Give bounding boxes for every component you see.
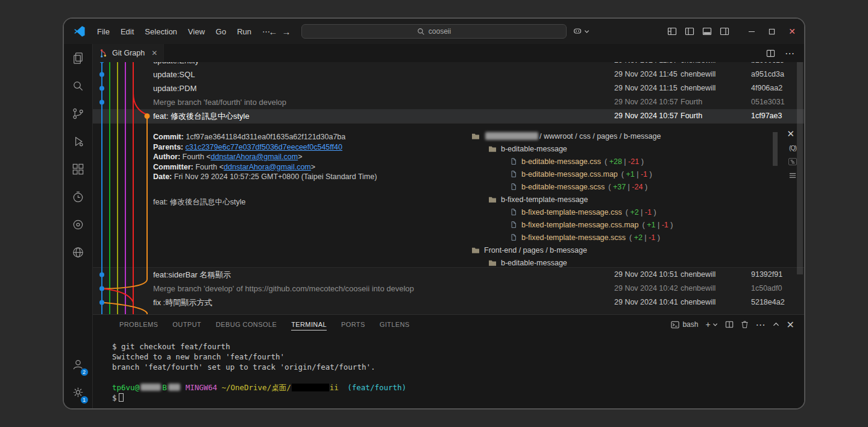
activity-bar-item-accounts[interactable]: 2 [64, 350, 93, 378]
minimize-icon[interactable] [748, 28, 755, 35]
activity-bar-item-settings[interactable]: 1 [64, 378, 93, 406]
tab-debug-console[interactable]: DEBUG CONSOLE [216, 315, 277, 334]
commit-row[interactable]: Merge branch 'develop' of https://github… [93, 282, 804, 296]
activity-bar-item-extensions[interactable] [64, 155, 93, 183]
commit-message: update:Entity [153, 62, 602, 68]
tab-git-graph[interactable]: Git Graph ✕ [93, 44, 164, 62]
split-terminal-icon[interactable] [725, 320, 734, 329]
tab-terminal[interactable]: TERMINAL [291, 315, 327, 334]
menu-run[interactable]: Run [231, 25, 257, 38]
source-control-icon [71, 107, 85, 121]
tab-gitlens[interactable]: GITLENS [380, 315, 410, 334]
changed-file-row[interactable]: b-editable-message.scss ( +37 | -24 ) [467, 180, 771, 193]
commit-row[interactable]: update:PDM 29 Nov 2024 11:15 chenbewill … [93, 81, 804, 95]
toggle-sidebar-icon[interactable] [685, 27, 694, 36]
git-graph-icon [99, 49, 108, 58]
menu-selection[interactable]: Selection [139, 25, 182, 38]
parent-commit-link[interactable]: c31c2379e6c77e037df5036d7eeceef0c545ff40 [186, 143, 342, 151]
commit-row-selected[interactable]: feat: 修改後台訊息中心style 29 Nov 2024 10:57 Fo… [93, 109, 804, 123]
file-icon [510, 221, 517, 229]
commit-row[interactable]: update:SQL 29 Nov 2024 11:45 chenbewill … [93, 68, 804, 81]
globe-icon [71, 245, 85, 259]
menu-file[interactable]: File [92, 25, 115, 38]
commit-hash: 051e3031 [751, 95, 799, 109]
command-center-search[interactable]: cooseii [301, 24, 567, 39]
terminal-output[interactable]: $ git checkout feat/fourth Switched to a… [93, 334, 804, 403]
folder-path: / wwwroot / css / pages / b-message [539, 132, 661, 141]
git-graph-scrollbar[interactable] [797, 62, 803, 274]
commit-author: Fourth [681, 109, 747, 123]
activity-bar-item-source-control[interactable] [64, 100, 93, 127]
trash-icon[interactable] [741, 320, 749, 329]
folder-row[interactable]: b-editable-message [467, 142, 771, 155]
editor-more-actions-icon[interactable]: ⋯ [785, 48, 794, 59]
changed-file-row[interactable]: b-fixed-template-message.scss ( +2 | -1 … [467, 231, 771, 244]
folder-row[interactable]: b-editable-message [467, 256, 771, 269]
file-list-view-icon[interactable] [788, 172, 797, 179]
terminal-cursor [119, 393, 124, 402]
commit-row[interactable]: Merge branch 'feat/fourth' into develop … [93, 95, 804, 109]
nav-forward-icon[interactable]: → [280, 27, 293, 37]
chevron-up-icon[interactable] [773, 321, 779, 327]
tab-output[interactable]: OUTPUT [172, 315, 201, 334]
panel-more-actions-icon[interactable]: ⋯ [756, 319, 766, 331]
menu-view[interactable]: View [183, 25, 210, 38]
activity-bar-item-lens[interactable] [64, 210, 93, 238]
commit-row[interactable]: update:Entity 29 Nov 2024 11:57 chenbewi… [93, 62, 804, 68]
activity-bar-item-browser[interactable] [64, 238, 93, 266]
commit-author: chenbewill [681, 81, 747, 95]
toggle-panel-icon[interactable] [702, 27, 712, 36]
commit-row[interactable]: feat:siderBar 名稱顯示 29 Nov 2024 10:51 che… [93, 268, 804, 282]
changed-files-tree: / wwwroot / css / pages / b-message b-ed… [467, 130, 771, 269]
tab-problems[interactable]: PROBLEMS [119, 315, 158, 334]
chevron-down-icon [584, 29, 590, 34]
folder-row[interactable]: b-fixed-template-message [467, 193, 771, 206]
settings-badge: 1 [80, 396, 89, 404]
tab-ports[interactable]: PORTS [341, 315, 365, 334]
menu-bar: File Edit Selection View Go Run ⋯ [92, 25, 275, 38]
split-editor-icon[interactable] [766, 49, 775, 58]
activity-bar-item-watch[interactable] [64, 183, 93, 210]
terminal-prompt-line: tp6vu@BMINGW64~/OneDrive/桌面/ii (feat/fou… [112, 382, 804, 393]
shell-label: bash [682, 320, 698, 329]
file-icon [510, 233, 517, 241]
file-diff-stats: ( +2 | -1 ) [629, 233, 660, 242]
chevron-down-icon[interactable] [712, 322, 718, 327]
toggle-secondary-sidebar-icon[interactable] [720, 27, 729, 36]
folder-icon [471, 133, 480, 140]
nav-back-icon[interactable]: ← [266, 27, 280, 37]
activity-bar-item-run-debug[interactable] [64, 127, 93, 155]
new-terminal-icon[interactable]: + [705, 320, 710, 329]
changed-file-row[interactable]: b-editable-message.css ( +28 | -21 ) [467, 155, 771, 168]
file-tree-view-icon[interactable] [788, 158, 797, 165]
changed-file-row[interactable]: b-editable-message.css.map ( +1 | -1 ) [467, 168, 771, 180]
code-review-icon[interactable]: (Q) [789, 144, 796, 151]
commit-row[interactable]: fix :時間顯示方式 29 Nov 2024 10:41 chenbewill… [93, 296, 804, 309]
file-name: b-fixed-template-message.css [521, 208, 622, 217]
terminal-shell-selector[interactable]: bash [671, 320, 698, 329]
customize-layout-icon[interactable] [667, 27, 677, 36]
changed-file-row[interactable]: b-fixed-template-message.css.map ( +1 | … [467, 218, 771, 231]
detail-parents-line: Parents: c31c2379e6c77e037df5036d7eeceef… [153, 142, 377, 153]
folder-row[interactable]: Front-end / pages / b-message [467, 244, 771, 256]
bottom-panel: PROBLEMS OUTPUT DEBUG CONSOLE TERMINAL P… [93, 314, 804, 408]
folder-row[interactable]: / wwwroot / css / pages / b-message [467, 130, 771, 142]
copilot-menu[interactable] [573, 27, 590, 36]
panel-close-icon[interactable]: ✕ [787, 319, 794, 331]
file-name: b-fixed-template-message.scss [521, 233, 626, 242]
menu-go[interactable]: Go [210, 25, 231, 38]
activity-bar-item-search[interactable] [64, 72, 93, 100]
watch-icon [71, 190, 85, 204]
committer-email-link[interactable]: ddnstarAhora@gmail.com [224, 163, 311, 171]
menu-edit[interactable]: Edit [115, 25, 139, 38]
author-email-link[interactable]: ddnstarAhora@gmail.com [211, 153, 298, 161]
detail-close-icon[interactable]: ✕ [787, 128, 794, 139]
tab-close-icon[interactable]: ✕ [151, 49, 157, 57]
changed-file-row[interactable]: b-fixed-template-message.css ( +2 | -1 ) [467, 206, 771, 218]
activity-bar-item-explorer[interactable] [64, 44, 93, 72]
detail-commit-message: feat: 修改後台訊息中心style [153, 197, 246, 207]
redacted-text [168, 384, 180, 391]
maximize-icon[interactable] [769, 28, 775, 35]
detail-scrollbar[interactable] [773, 132, 778, 166]
close-window-icon[interactable]: ✕ [788, 27, 796, 36]
